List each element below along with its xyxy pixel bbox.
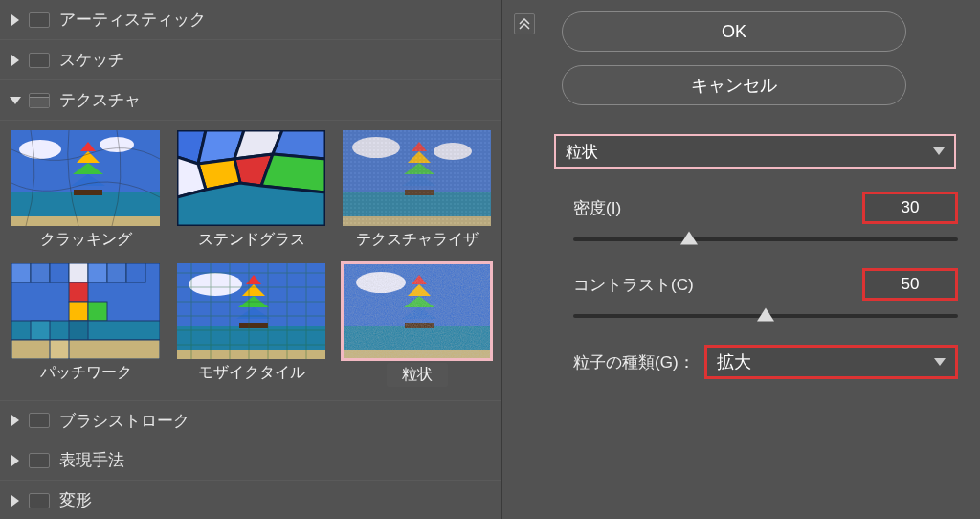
grain-type-label: 粒子の種類(G)： — [573, 351, 695, 373]
category-label: 表現手法 — [59, 449, 124, 471]
category-label: テクスチャ — [59, 89, 141, 111]
filter-select[interactable]: 粒状 — [554, 134, 956, 169]
collapse-panel-button[interactable] — [514, 13, 535, 34]
svg-rect-47 — [11, 340, 160, 359]
folder-icon — [29, 493, 50, 508]
svg-point-52 — [189, 273, 242, 296]
contrast-input[interactable] — [862, 268, 958, 301]
folder-open-icon — [29, 93, 50, 108]
param-density: 密度(I) — [573, 192, 958, 251]
category-artistic[interactable]: アーティスティック — [0, 0, 501, 40]
folder-icon — [29, 12, 50, 28]
expand-icon — [11, 14, 19, 26]
chevron-down-icon — [934, 358, 946, 366]
thumb-grain[interactable]: 粒状 — [343, 263, 491, 387]
expand-icon — [11, 455, 19, 466]
double-chevron-up-icon — [519, 18, 530, 30]
svg-rect-53 — [239, 323, 268, 328]
thumb-mosaic-tiles[interactable]: モザイクタイル — [177, 263, 325, 387]
thumb-label: 粒状 — [387, 363, 448, 387]
category-distort[interactable]: 変形 — [0, 481, 501, 519]
svg-rect-67 — [343, 263, 491, 359]
filter-categories-panel: アーティスティック スケッチ テクスチャ — [0, 0, 502, 519]
folder-icon — [29, 53, 50, 68]
preview-image — [343, 130, 491, 226]
svg-rect-34 — [11, 263, 31, 282]
svg-rect-40 — [126, 263, 145, 282]
filter-select-value: 粒状 — [566, 141, 598, 163]
category-stylize[interactable]: 表現手法 — [0, 440, 501, 481]
svg-point-4 — [100, 137, 134, 152]
folder-icon — [29, 453, 50, 468]
cancel-button[interactable]: キャンセル — [562, 65, 906, 105]
category-label: アーティスティック — [59, 9, 206, 31]
preview-image — [343, 263, 491, 359]
svg-point-3 — [19, 140, 61, 159]
svg-rect-1 — [11, 192, 160, 216]
svg-rect-37 — [69, 263, 88, 282]
contrast-label: コントラスト(C) — [573, 274, 694, 296]
thumb-label: モザイクタイル — [198, 363, 305, 383]
thumb-label: クラッキング — [40, 230, 132, 250]
density-label: 密度(I) — [573, 197, 621, 219]
svg-rect-30 — [343, 130, 491, 226]
category-label: ブラシストローク — [59, 410, 189, 432]
svg-rect-2 — [11, 216, 160, 226]
category-brush-strokes[interactable]: ブラシストローク — [0, 400, 501, 440]
category-texture[interactable]: テクスチャ — [0, 80, 501, 121]
expand-icon — [11, 415, 19, 426]
svg-rect-42 — [69, 302, 88, 321]
svg-rect-41 — [69, 282, 88, 302]
contrast-slider[interactable] — [573, 305, 958, 327]
thumb-texturizer[interactable]: テクスチャライザ — [343, 130, 491, 250]
svg-rect-5 — [74, 190, 102, 195]
svg-rect-43 — [88, 302, 107, 321]
thumb-label: ステンドグラス — [198, 230, 305, 250]
thumb-stained-glass[interactable]: ステンドグラス — [177, 130, 325, 250]
category-label: スケッチ — [59, 49, 124, 71]
thumb-patchwork[interactable]: パッチワーク — [11, 263, 160, 387]
grain-type-value: 拡大 — [717, 350, 751, 373]
svg-rect-46 — [69, 321, 88, 340]
preview-image — [177, 130, 325, 226]
density-input[interactable] — [862, 192, 958, 224]
param-grain-type: 粒子の種類(G)： 拡大 — [573, 345, 958, 379]
folder-icon — [29, 413, 50, 428]
collapse-icon — [10, 97, 21, 104]
svg-rect-39 — [107, 263, 126, 282]
preview-image — [11, 130, 160, 226]
svg-rect-51 — [177, 350, 325, 359]
grain-type-select[interactable]: 拡大 — [704, 345, 958, 379]
expand-icon — [11, 55, 19, 66]
thumb-label: パッチワーク — [40, 363, 132, 383]
svg-rect-45 — [31, 321, 50, 340]
svg-rect-48 — [50, 340, 69, 359]
category-sketch[interactable]: スケッチ — [0, 40, 501, 80]
filter-settings-panel: OK キャンセル 粒状 密度(I) コントラスト(C) 粒子の種類(G)： 拡大 — [502, 0, 980, 519]
filter-thumbnails: クラッキング ステンドグラス — [0, 121, 501, 395]
svg-rect-36 — [50, 263, 69, 282]
preview-image — [177, 263, 325, 359]
svg-rect-35 — [31, 263, 50, 282]
svg-rect-38 — [88, 263, 107, 282]
thumb-label: テクスチャライザ — [356, 230, 479, 250]
thumb-craquelure[interactable]: クラッキング — [11, 130, 160, 250]
preview-image — [11, 263, 160, 359]
expand-icon — [11, 495, 19, 507]
density-slider[interactable] — [573, 228, 958, 251]
ok-button[interactable]: OK — [562, 11, 906, 52]
chevron-down-icon — [933, 147, 945, 155]
svg-rect-50 — [177, 326, 325, 350]
param-contrast: コントラスト(C) — [573, 268, 958, 327]
category-label: 変形 — [59, 489, 92, 511]
